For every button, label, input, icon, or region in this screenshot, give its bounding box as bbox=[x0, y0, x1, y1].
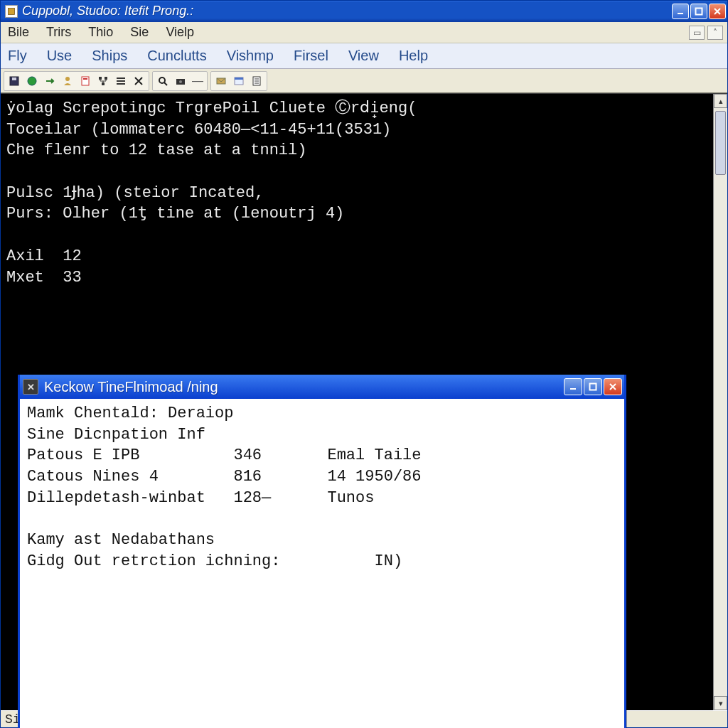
menubar-accessory-1[interactable]: ▭ bbox=[689, 26, 705, 40]
toolbar-group-3 bbox=[210, 71, 267, 91]
toolbar-group-1 bbox=[4, 71, 149, 91]
svg-rect-2 bbox=[696, 8, 702, 14]
app-icon bbox=[5, 5, 18, 18]
menu2-item-0[interactable]: Fly bbox=[5, 46, 30, 65]
svg-rect-1 bbox=[678, 13, 683, 14]
toolbar-btn-window-icon[interactable] bbox=[231, 73, 247, 89]
minimize-button[interactable] bbox=[672, 4, 689, 19]
menu2-item-6[interactable]: View bbox=[346, 46, 382, 65]
dialog-window: ✕ Keckow TineFlnimoad /ning Mamk Chental… bbox=[18, 375, 626, 728]
vertical-scrollbar[interactable]: ▴ ▾ bbox=[713, 94, 727, 710]
toolbar-btn-list-icon[interactable] bbox=[249, 73, 264, 89]
dialog-close-left-icon[interactable]: ✕ bbox=[23, 379, 38, 395]
menubar-1: Bile Trirs Thio Sie Vielp ▭ ˄ bbox=[1, 22, 727, 43]
window-controls bbox=[672, 4, 726, 19]
svg-rect-0 bbox=[9, 8, 15, 14]
toolbar-btn-person-icon[interactable] bbox=[60, 73, 75, 89]
toolbar-btn-x-icon[interactable] bbox=[131, 73, 146, 89]
svg-rect-23 bbox=[590, 384, 596, 390]
svg-point-15 bbox=[159, 77, 165, 83]
main-titlebar: Cuppobl, Studoo: Itefit Prong.: bbox=[1, 1, 727, 22]
svg-rect-10 bbox=[105, 77, 107, 80]
menubar-accessory-2[interactable]: ˄ bbox=[707, 26, 723, 40]
dialog-title: Keckow TineFlnimoad /ning bbox=[44, 379, 564, 395]
menu2-item-2[interactable]: Ships bbox=[89, 46, 130, 65]
svg-rect-9 bbox=[99, 77, 102, 80]
maximize-button[interactable] bbox=[690, 4, 707, 19]
scroll-track[interactable] bbox=[714, 108, 727, 696]
toolbar-btn-bars-icon[interactable] bbox=[113, 73, 129, 89]
svg-point-6 bbox=[65, 77, 70, 81]
svg-rect-4 bbox=[12, 77, 16, 80]
toolbar-dropdown-arrow-icon[interactable]: — bbox=[191, 75, 205, 87]
toolbar-btn-run-icon[interactable] bbox=[42, 73, 58, 89]
menu1-item-4[interactable]: Vielp bbox=[163, 23, 197, 41]
toolbar-btn-globe-icon[interactable] bbox=[24, 73, 40, 89]
dialog-body: Mamk Chentald: Deraiop Sine Dicnpation I… bbox=[20, 399, 624, 728]
menu2-item-3[interactable]: Cunclutts bbox=[144, 46, 209, 65]
scroll-thumb[interactable] bbox=[715, 111, 726, 175]
svg-rect-13 bbox=[117, 80, 125, 82]
menubar-2: Fly Use Ships Cunclutts Vishmp Firsel Vi… bbox=[1, 43, 727, 69]
dialog-close-button[interactable] bbox=[604, 378, 622, 395]
svg-rect-22 bbox=[570, 388, 576, 390]
toolbar-btn-camera-icon[interactable] bbox=[173, 73, 188, 89]
menu1-item-1[interactable]: Trirs bbox=[43, 23, 74, 41]
menu1-item-2[interactable]: Thio bbox=[85, 23, 116, 41]
dialog-maximize-button[interactable] bbox=[584, 378, 602, 395]
toolbar-btn-mail-icon[interactable] bbox=[213, 73, 229, 89]
svg-rect-11 bbox=[102, 82, 105, 85]
menu1-item-3[interactable]: Sie bbox=[127, 23, 151, 41]
toolbar: — bbox=[1, 69, 727, 93]
menu2-item-4[interactable]: Vishmp bbox=[224, 46, 277, 65]
close-button[interactable] bbox=[709, 4, 726, 19]
scroll-down-arrow-icon[interactable]: ▾ bbox=[714, 696, 727, 710]
svg-point-5 bbox=[28, 77, 36, 85]
svg-rect-14 bbox=[117, 83, 125, 85]
menu2-item-5[interactable]: Firsel bbox=[291, 46, 331, 65]
console-area: ẏolag Screpotingc TrgrePoil Cluete Ⓒrⅾi̟… bbox=[1, 93, 727, 710]
svg-rect-20 bbox=[235, 77, 243, 80]
scroll-up-arrow-icon[interactable]: ▴ bbox=[714, 94, 727, 108]
svg-rect-7 bbox=[82, 77, 89, 85]
dialog-titlebar: ✕ Keckow TineFlnimoad /ning bbox=[20, 375, 624, 399]
menu1-item-0[interactable]: Bile bbox=[5, 23, 32, 41]
toolbar-btn-tree-icon[interactable] bbox=[95, 73, 111, 89]
window-title: Cuppobl, Studoo: Itefit Prong.: bbox=[22, 4, 672, 18]
toolbar-btn-page-icon[interactable] bbox=[77, 73, 93, 89]
toolbar-btn-disk-icon[interactable] bbox=[6, 73, 22, 89]
dialog-minimize-button[interactable] bbox=[564, 378, 582, 395]
toolbar-group-2: — bbox=[152, 71, 208, 91]
dialog-window-controls bbox=[564, 378, 622, 395]
svg-point-17 bbox=[179, 80, 182, 83]
svg-rect-8 bbox=[83, 78, 87, 80]
toolbar-btn-zoom-icon[interactable] bbox=[155, 73, 171, 89]
menu2-item-1[interactable]: Use bbox=[44, 46, 75, 65]
svg-rect-12 bbox=[117, 77, 125, 79]
menu2-item-7[interactable]: Help bbox=[396, 46, 431, 65]
main-window: Cuppobl, Studoo: Itefit Prong.: Bile Tri… bbox=[0, 0, 728, 728]
